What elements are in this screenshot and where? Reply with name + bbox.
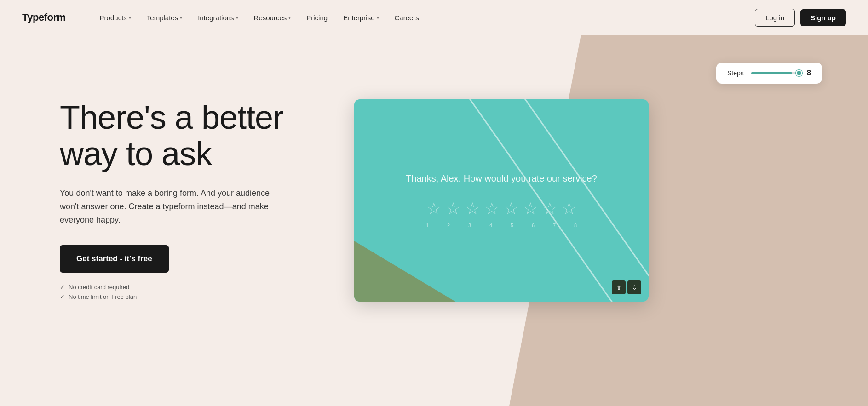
steps-value: 8 xyxy=(807,69,811,77)
chevron-integrations-icon: ▾ xyxy=(236,15,238,20)
steps-slider-track[interactable] xyxy=(751,72,799,74)
hero-section: There's a better way to ask You don't wa… xyxy=(0,35,868,406)
nav-right: Log in Sign up xyxy=(755,9,846,27)
star-num-6: 6 xyxy=(525,223,541,228)
chevron-templates-icon: ▾ xyxy=(180,15,182,20)
form-question: Thanks, Alex. How would you rate our ser… xyxy=(406,173,597,184)
star-num-3: 3 xyxy=(461,223,478,228)
nav-link-careers[interactable]: Careers xyxy=(388,10,425,25)
star-num-7: 7 xyxy=(546,223,563,228)
star-num-2: 2 xyxy=(440,223,457,228)
star-3[interactable]: ☆ xyxy=(465,200,480,217)
card-navigation: ⇧ ⇩ xyxy=(612,280,641,294)
hero-subtitle: You don't want to make a boring form. An… xyxy=(60,187,285,226)
star-4[interactable]: ☆ xyxy=(484,200,499,217)
star-num-8: 8 xyxy=(567,223,584,228)
steps-label: Steps xyxy=(727,69,744,77)
star-num-1: 1 xyxy=(419,223,436,228)
check-text: No credit card required xyxy=(69,284,129,291)
nav-link-templates[interactable]: Templates▾ xyxy=(140,10,189,25)
star-1[interactable]: ☆ xyxy=(426,200,441,217)
star-num-5: 5 xyxy=(504,223,520,228)
chevron-resources-icon: ▾ xyxy=(288,15,291,20)
chevron-products-icon: ▾ xyxy=(129,15,131,20)
login-button[interactable]: Log in xyxy=(755,9,795,27)
star-8[interactable]: ☆ xyxy=(562,200,576,217)
hero-check-item: ✓No credit card required xyxy=(60,284,327,291)
navbar: Typeform Products▾Templates▾Integrations… xyxy=(0,0,868,35)
hero-left: There's a better way to ask You don't wa… xyxy=(60,63,327,300)
star-num-4: 4 xyxy=(483,223,499,228)
star-numbers: 12345678 xyxy=(419,223,584,228)
form-preview-card: Thanks, Alex. How would you rate our ser… xyxy=(354,99,649,302)
hero-checks: ✓No credit card required✓No time limit o… xyxy=(60,284,327,300)
check-text: No time limit on Free plan xyxy=(69,293,137,300)
chevron-enterprise-icon: ▾ xyxy=(377,15,379,20)
signup-button[interactable]: Sign up xyxy=(800,9,846,26)
star-2[interactable]: ☆ xyxy=(446,200,460,217)
star-6[interactable]: ☆ xyxy=(523,200,538,217)
nav-link-resources[interactable]: Resources▾ xyxy=(247,10,298,25)
steps-slider-fill xyxy=(751,72,792,74)
card-nav-down[interactable]: ⇩ xyxy=(627,280,641,294)
steps-slider-thumb xyxy=(796,70,802,76)
star-5[interactable]: ☆ xyxy=(504,200,518,217)
hero-right: Steps 8 Thanks, Alex. How would you rate… xyxy=(327,63,831,302)
check-icon: ✓ xyxy=(60,284,65,291)
steps-widget: Steps 8 xyxy=(716,63,822,84)
check-icon: ✓ xyxy=(60,293,65,300)
form-content: Thanks, Alex. How would you rate our ser… xyxy=(354,99,649,302)
hero-check-item: ✓No time limit on Free plan xyxy=(60,293,327,300)
star-7[interactable]: ☆ xyxy=(542,200,557,217)
cta-button[interactable]: Get started - it's free xyxy=(60,245,169,273)
nav-link-pricing[interactable]: Pricing xyxy=(300,10,334,25)
hero-title: There's a better way to ask xyxy=(60,99,327,172)
nav-link-integrations[interactable]: Integrations▾ xyxy=(191,10,244,25)
nav-link-enterprise[interactable]: Enterprise▾ xyxy=(337,10,385,25)
card-nav-up[interactable]: ⇧ xyxy=(612,280,626,294)
nav-links: Products▾Templates▾Integrations▾Resource… xyxy=(93,10,755,25)
nav-link-products[interactable]: Products▾ xyxy=(93,10,138,25)
logo[interactable]: Typeform xyxy=(22,11,66,23)
stars-row: ☆☆☆☆☆☆☆☆ xyxy=(426,200,576,217)
